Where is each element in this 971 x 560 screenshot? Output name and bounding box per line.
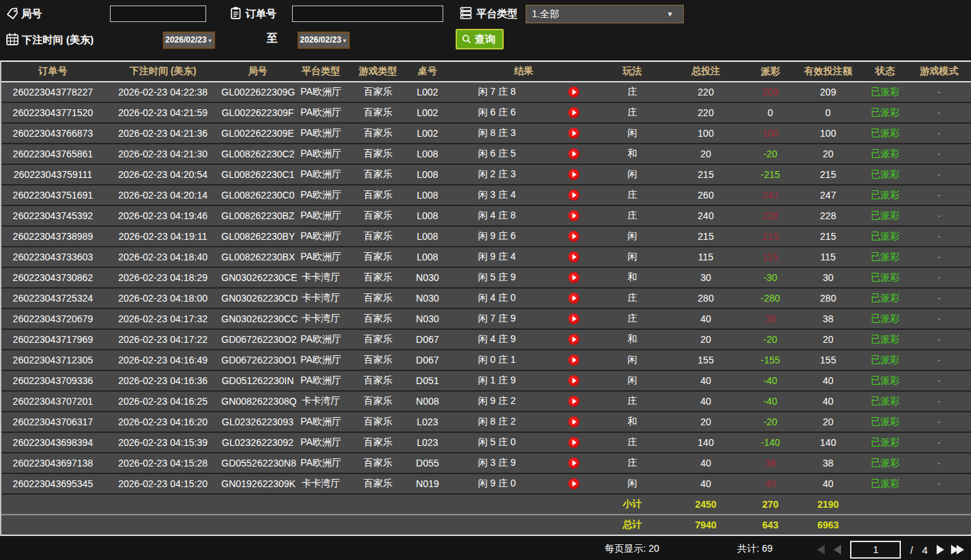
replay-icon[interactable] <box>547 272 601 283</box>
cell-playtype: 庄 <box>601 292 664 304</box>
search-button[interactable]: 查询 <box>456 29 504 49</box>
cell-table: N019 <box>408 478 447 489</box>
cell-order: 260223043717969 <box>1 334 104 345</box>
cell-time: 2026-02-23 04:18:00 <box>104 293 221 304</box>
replay-icon[interactable] <box>547 128 601 139</box>
cell-table: L008 <box>408 169 447 180</box>
total-label: 总计 <box>601 519 664 531</box>
table-row: 2602230436953452026-02-23 04:15:20GN0192… <box>1 474 971 495</box>
cell-table: L008 <box>408 148 447 159</box>
cell-bet: 215 <box>664 231 748 242</box>
date-to-separator: 至 <box>267 32 278 46</box>
cell-result: 闲 2 庄 3 <box>447 168 547 181</box>
cell-mode: - <box>907 355 971 366</box>
replay-icon[interactable] <box>547 313 601 324</box>
cell-valid: 20 <box>793 148 863 159</box>
replay-icon[interactable] <box>547 293 601 304</box>
total-payout: 643 <box>748 519 793 530</box>
replay-icon[interactable] <box>547 190 601 201</box>
replay-icon[interactable] <box>547 334 601 345</box>
replay-icon[interactable] <box>547 210 601 221</box>
order-number-input[interactable] <box>292 5 443 22</box>
cell-time: 2026-02-23 04:22:38 <box>104 87 221 98</box>
cell-bet: 220 <box>664 107 748 118</box>
date-from-picker[interactable]: 2026/02/23▼ <box>163 32 215 49</box>
cell-order: 260223043730862 <box>1 272 104 283</box>
replay-icon[interactable] <box>547 375 601 386</box>
header-game: 游戏类型 <box>348 65 408 78</box>
cell-round: GD051262230IN <box>221 375 294 386</box>
header-valid: 有效投注额 <box>793 65 863 78</box>
cell-result: 闲 7 庄 8 <box>447 86 547 98</box>
table-row: 2602230437658612026-02-23 04:21:30GL0082… <box>1 144 971 165</box>
cell-game: 百家乐 <box>348 189 408 201</box>
replay-icon[interactable] <box>547 478 601 489</box>
cell-playtype: 庄 <box>601 457 664 469</box>
cell-game: 百家乐 <box>348 127 408 139</box>
replay-icon[interactable] <box>547 437 601 448</box>
cell-time: 2026-02-23 04:21:30 <box>104 148 221 159</box>
next-page-button[interactable] <box>937 545 944 555</box>
cell-order: 260223043771520 <box>1 107 104 118</box>
cell-platform: PA欧洲厅 <box>294 148 348 160</box>
cell-playtype: 闲 <box>601 230 664 243</box>
cell-round: GN0192622309K <box>221 478 294 489</box>
cell-round: GN030262230CD <box>221 293 294 304</box>
cell-order: 260223043725324 <box>1 293 104 304</box>
replay-icon[interactable] <box>547 148 601 159</box>
platform-type-select[interactable]: 1.全部 ▼ <box>526 5 684 23</box>
replay-icon[interactable] <box>547 87 601 98</box>
cell-platform: PA欧洲厅 <box>294 354 348 366</box>
cell-game: 百家乐 <box>348 251 408 263</box>
cell-status: 已派彩 <box>863 354 907 366</box>
cell-bet: 220 <box>664 87 748 98</box>
cell-mode: - <box>907 396 971 407</box>
cell-status: 已派彩 <box>863 86 907 98</box>
date-from-value: 2026/02/23 <box>166 35 207 45</box>
page-number-input[interactable] <box>850 541 901 559</box>
table-row: 2602230437389892026-02-23 04:19:11GL0082… <box>1 227 971 247</box>
cell-status: 已派彩 <box>863 251 907 263</box>
cell-valid: 228 <box>793 210 863 221</box>
table-row: 2602230436971382026-02-23 04:15:28GD0552… <box>1 453 971 474</box>
cell-platform: PA欧洲厅 <box>294 168 348 181</box>
header-status: 状态 <box>863 65 907 78</box>
cell-result: 闲 4 庄 9 <box>447 333 547 346</box>
replay-icon[interactable] <box>547 251 601 262</box>
cell-table: L008 <box>408 251 447 262</box>
replay-icon[interactable] <box>547 355 601 366</box>
replay-icon[interactable] <box>547 107 601 118</box>
cell-mode: - <box>907 437 971 448</box>
cell-result: 闲 6 庄 6 <box>447 107 547 119</box>
header-playtype: 玩法 <box>601 65 664 78</box>
cell-platform: PA欧洲厅 <box>294 189 348 201</box>
cell-time: 2026-02-23 04:16:20 <box>104 416 221 427</box>
date-to-picker[interactable]: 2026/02/23▼ <box>298 32 350 49</box>
round-number-input[interactable] <box>110 5 206 22</box>
cell-valid: 40 <box>793 375 863 386</box>
cell-payout: 40 <box>748 478 793 489</box>
replay-icon[interactable] <box>547 416 601 427</box>
cell-bet: 40 <box>664 375 748 386</box>
replay-icon[interactable] <box>547 458 601 469</box>
cell-result: 闲 4 庄 8 <box>447 210 547 222</box>
replay-icon[interactable] <box>547 396 601 407</box>
table-body: 2602230437782272026-02-23 04:22:38GL0022… <box>1 82 971 495</box>
replay-icon[interactable] <box>547 169 601 180</box>
total-pages: 4 <box>922 544 928 556</box>
cell-bet: 40 <box>664 396 748 407</box>
cell-table: D051 <box>408 375 447 386</box>
cell-status: 已派彩 <box>863 127 907 139</box>
table-row: 2602230437063172026-02-23 04:16:20GL0232… <box>1 412 971 433</box>
cell-valid: 0 <box>793 107 863 118</box>
cell-time: 2026-02-23 04:19:11 <box>104 231 221 242</box>
prev-page-button[interactable] <box>834 545 841 555</box>
table-row: 2602230437093362026-02-23 04:16:36GD0512… <box>1 371 971 392</box>
table-row: 2602230437072012026-02-23 04:16:25GN0082… <box>1 392 971 412</box>
table-row: 2602230437123052026-02-23 04:16:49GD0672… <box>1 350 971 371</box>
replay-icon[interactable] <box>547 231 601 242</box>
first-page-button[interactable] <box>817 545 825 555</box>
last-page-button[interactable] <box>953 545 964 555</box>
cell-platform: PA欧洲厅 <box>294 127 348 139</box>
cell-result: 闲 9 庄 0 <box>447 478 547 490</box>
